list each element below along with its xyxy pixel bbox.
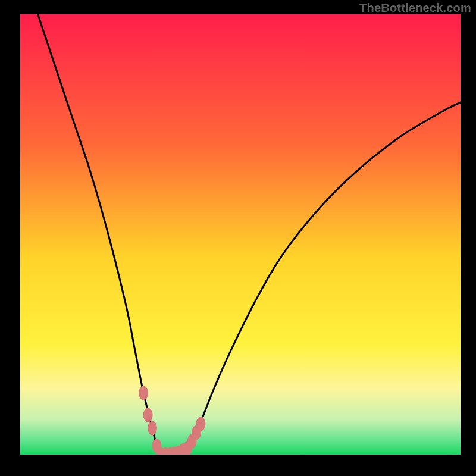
bottleneck-curve (38, 14, 461, 455)
highlight-markers (139, 386, 205, 455)
chart-frame: TheBottleneck.com (0, 0, 476, 476)
marker-dot (196, 416, 205, 431)
marker-dot (139, 386, 148, 400)
marker-dot (148, 421, 157, 436)
plot-area (20, 14, 461, 455)
curve-layer (20, 14, 461, 455)
watermark-text: TheBottleneck.com (359, 1, 471, 15)
marker-dot (143, 408, 153, 422)
